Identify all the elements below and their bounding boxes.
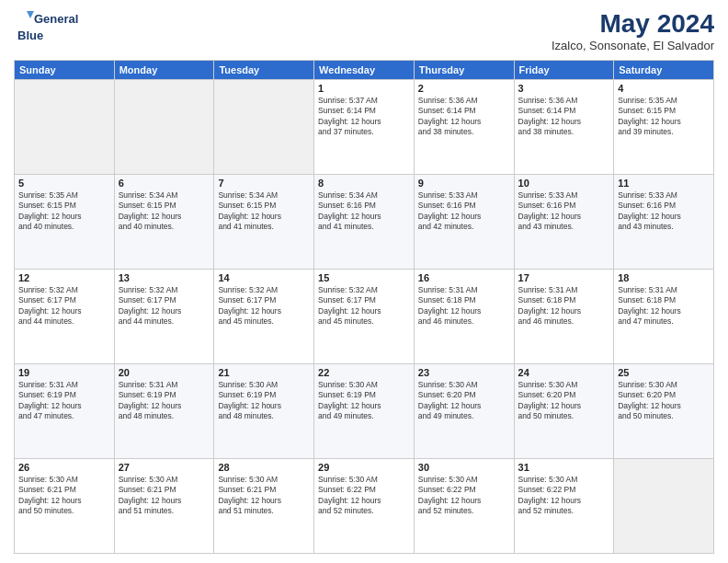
day-header-sunday: Sunday bbox=[15, 61, 115, 80]
cell-content: Sunrise: 5:31 AM Sunset: 6:18 PM Dayligh… bbox=[618, 285, 710, 327]
cell-content: Sunrise: 5:30 AM Sunset: 6:19 PM Dayligh… bbox=[318, 380, 410, 422]
calendar-cell: 6Sunrise: 5:34 AM Sunset: 6:15 PM Daylig… bbox=[114, 175, 214, 270]
day-number: 7 bbox=[218, 178, 310, 189]
day-number: 19 bbox=[18, 367, 110, 378]
day-number: 11 bbox=[618, 178, 710, 189]
day-header-friday: Friday bbox=[514, 61, 614, 80]
cell-content: Sunrise: 5:31 AM Sunset: 6:19 PM Dayligh… bbox=[119, 380, 210, 422]
cell-content: Sunrise: 5:31 AM Sunset: 6:18 PM Dayligh… bbox=[418, 285, 510, 327]
logo-line1: General bbox=[34, 13, 78, 26]
cell-content: Sunrise: 5:36 AM Sunset: 6:14 PM Dayligh… bbox=[518, 96, 610, 138]
calendar-cell bbox=[114, 80, 214, 175]
day-number: 4 bbox=[618, 83, 710, 94]
day-number: 23 bbox=[418, 367, 510, 378]
day-number: 24 bbox=[518, 367, 610, 378]
day-number: 15 bbox=[318, 272, 410, 283]
day-number: 10 bbox=[518, 178, 610, 189]
svg-marker-1 bbox=[27, 11, 34, 18]
calendar-week-2: 5Sunrise: 5:35 AM Sunset: 6:15 PM Daylig… bbox=[15, 175, 714, 270]
cell-content: Sunrise: 5:32 AM Sunset: 6:17 PM Dayligh… bbox=[18, 285, 110, 327]
calendar-cell: 31Sunrise: 5:30 AM Sunset: 6:22 PM Dayli… bbox=[514, 459, 614, 554]
calendar-cell: 8Sunrise: 5:34 AM Sunset: 6:16 PM Daylig… bbox=[314, 175, 415, 270]
cell-content: Sunrise: 5:33 AM Sunset: 6:16 PM Dayligh… bbox=[618, 190, 710, 233]
cell-content: Sunrise: 5:30 AM Sunset: 6:21 PM Dayligh… bbox=[218, 475, 310, 517]
day-number: 3 bbox=[518, 83, 610, 94]
cell-content: Sunrise: 5:35 AM Sunset: 6:15 PM Dayligh… bbox=[618, 96, 710, 138]
day-header-thursday: Thursday bbox=[414, 61, 514, 80]
calendar-body: 1Sunrise: 5:37 AM Sunset: 6:14 PM Daylig… bbox=[15, 80, 714, 554]
day-header-wednesday: Wednesday bbox=[314, 61, 415, 80]
calendar-cell: 3Sunrise: 5:36 AM Sunset: 6:14 PM Daylig… bbox=[514, 80, 614, 175]
day-header-monday: Monday bbox=[114, 61, 214, 80]
calendar-cell: 16Sunrise: 5:31 AM Sunset: 6:18 PM Dayli… bbox=[414, 270, 514, 364]
day-number: 6 bbox=[119, 178, 210, 189]
calendar-cell: 28Sunrise: 5:30 AM Sunset: 6:21 PM Dayli… bbox=[214, 459, 314, 554]
day-number: 8 bbox=[318, 178, 410, 189]
day-header-tuesday: Tuesday bbox=[214, 61, 314, 80]
day-number: 27 bbox=[119, 462, 210, 473]
location: Izalco, Sonsonate, El Salvador bbox=[552, 39, 714, 52]
cell-content: Sunrise: 5:31 AM Sunset: 6:18 PM Dayligh… bbox=[518, 285, 610, 327]
calendar-cell: 27Sunrise: 5:30 AM Sunset: 6:21 PM Dayli… bbox=[114, 459, 214, 554]
day-number: 5 bbox=[18, 178, 110, 189]
calendar-cell: 11Sunrise: 5:33 AM Sunset: 6:16 PM Dayli… bbox=[614, 175, 714, 270]
cell-content: Sunrise: 5:30 AM Sunset: 6:22 PM Dayligh… bbox=[418, 475, 510, 517]
day-number: 14 bbox=[218, 272, 310, 283]
calendar-table: SundayMondayTuesdayWednesdayThursdayFrid… bbox=[14, 60, 714, 554]
day-number: 28 bbox=[218, 462, 310, 473]
day-number: 12 bbox=[18, 272, 110, 283]
calendar-cell bbox=[214, 80, 314, 175]
day-number: 20 bbox=[119, 367, 210, 378]
month-year: May 2024 bbox=[552, 9, 714, 39]
day-number: 9 bbox=[418, 178, 510, 189]
day-number: 1 bbox=[318, 83, 410, 94]
calendar-cell: 20Sunrise: 5:31 AM Sunset: 6:19 PM Dayli… bbox=[114, 364, 214, 459]
calendar-page: General Blue May 2024 Izalco, Sonsonate,… bbox=[0, 0, 728, 563]
calendar-week-4: 19Sunrise: 5:31 AM Sunset: 6:19 PM Dayli… bbox=[15, 364, 714, 459]
cell-content: Sunrise: 5:30 AM Sunset: 6:19 PM Dayligh… bbox=[218, 380, 310, 422]
calendar-cell: 1Sunrise: 5:37 AM Sunset: 6:14 PM Daylig… bbox=[314, 80, 415, 175]
day-number: 22 bbox=[318, 367, 410, 378]
cell-content: Sunrise: 5:34 AM Sunset: 6:15 PM Dayligh… bbox=[218, 190, 310, 233]
cell-content: Sunrise: 5:30 AM Sunset: 6:20 PM Dayligh… bbox=[418, 380, 510, 422]
calendar-cell: 30Sunrise: 5:30 AM Sunset: 6:22 PM Dayli… bbox=[414, 459, 514, 554]
calendar-cell: 21Sunrise: 5:30 AM Sunset: 6:19 PM Dayli… bbox=[214, 364, 314, 459]
calendar-cell: 17Sunrise: 5:31 AM Sunset: 6:18 PM Dayli… bbox=[514, 270, 614, 364]
cell-content: Sunrise: 5:30 AM Sunset: 6:22 PM Dayligh… bbox=[518, 475, 610, 517]
day-number: 13 bbox=[119, 272, 210, 283]
calendar-cell: 14Sunrise: 5:32 AM Sunset: 6:17 PM Dayli… bbox=[214, 270, 314, 364]
cell-content: Sunrise: 5:30 AM Sunset: 6:21 PM Dayligh… bbox=[119, 475, 210, 517]
logo-svg bbox=[14, 9, 34, 29]
cell-content: Sunrise: 5:32 AM Sunset: 6:17 PM Dayligh… bbox=[119, 285, 210, 327]
cell-content: Sunrise: 5:30 AM Sunset: 6:22 PM Dayligh… bbox=[318, 475, 410, 517]
calendar-week-3: 12Sunrise: 5:32 AM Sunset: 6:17 PM Dayli… bbox=[15, 270, 714, 364]
calendar-cell: 29Sunrise: 5:30 AM Sunset: 6:22 PM Dayli… bbox=[314, 459, 415, 554]
calendar-cell: 15Sunrise: 5:32 AM Sunset: 6:17 PM Dayli… bbox=[314, 270, 415, 364]
cell-content: Sunrise: 5:32 AM Sunset: 6:17 PM Dayligh… bbox=[318, 285, 410, 327]
cell-content: Sunrise: 5:36 AM Sunset: 6:14 PM Dayligh… bbox=[418, 96, 510, 138]
calendar-cell: 22Sunrise: 5:30 AM Sunset: 6:19 PM Dayli… bbox=[314, 364, 415, 459]
day-number: 18 bbox=[618, 272, 710, 283]
cell-content: Sunrise: 5:33 AM Sunset: 6:16 PM Dayligh… bbox=[418, 190, 510, 233]
day-number: 30 bbox=[418, 462, 510, 473]
day-number: 2 bbox=[418, 83, 510, 94]
calendar-cell: 12Sunrise: 5:32 AM Sunset: 6:17 PM Dayli… bbox=[15, 270, 115, 364]
header: General Blue May 2024 Izalco, Sonsonate,… bbox=[14, 9, 714, 52]
calendar-cell: 18Sunrise: 5:31 AM Sunset: 6:18 PM Dayli… bbox=[614, 270, 714, 364]
calendar-cell: 5Sunrise: 5:35 AM Sunset: 6:15 PM Daylig… bbox=[15, 175, 115, 270]
day-number: 29 bbox=[318, 462, 410, 473]
logo: General Blue bbox=[14, 9, 78, 42]
cell-content: Sunrise: 5:30 AM Sunset: 6:20 PM Dayligh… bbox=[618, 380, 710, 422]
calendar-week-1: 1Sunrise: 5:37 AM Sunset: 6:14 PM Daylig… bbox=[15, 80, 714, 175]
calendar-cell bbox=[614, 459, 714, 554]
day-number: 26 bbox=[18, 462, 110, 473]
calendar-cell: 26Sunrise: 5:30 AM Sunset: 6:21 PM Dayli… bbox=[15, 459, 115, 554]
calendar-cell: 13Sunrise: 5:32 AM Sunset: 6:17 PM Dayli… bbox=[114, 270, 214, 364]
calendar-week-5: 26Sunrise: 5:30 AM Sunset: 6:21 PM Dayli… bbox=[15, 459, 714, 554]
day-number: 16 bbox=[418, 272, 510, 283]
cell-content: Sunrise: 5:35 AM Sunset: 6:15 PM Dayligh… bbox=[18, 190, 110, 233]
cell-content: Sunrise: 5:34 AM Sunset: 6:16 PM Dayligh… bbox=[318, 190, 410, 233]
cell-content: Sunrise: 5:30 AM Sunset: 6:21 PM Dayligh… bbox=[18, 475, 110, 517]
day-header-saturday: Saturday bbox=[614, 61, 714, 80]
cell-content: Sunrise: 5:34 AM Sunset: 6:15 PM Dayligh… bbox=[119, 190, 210, 233]
